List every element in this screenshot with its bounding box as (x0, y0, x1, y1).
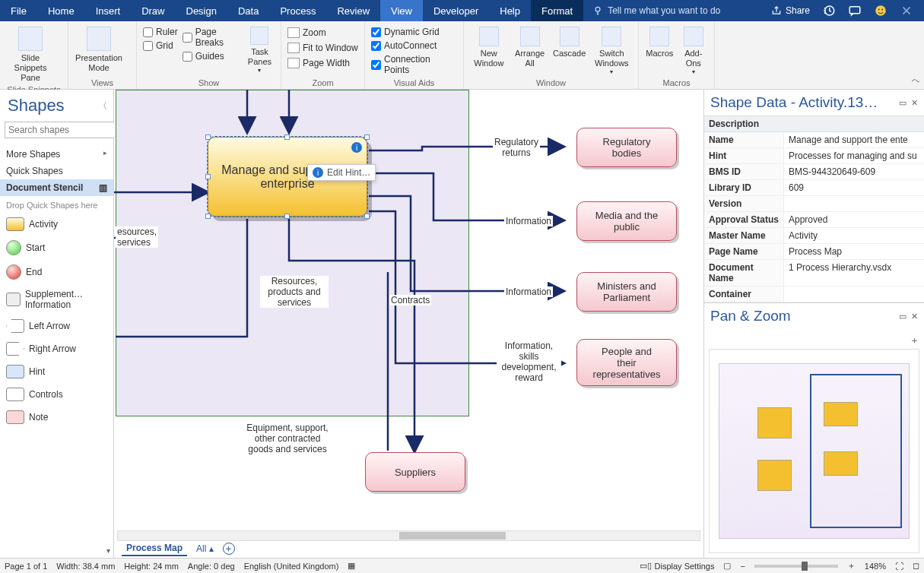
stencil-item-activity[interactable]: Activity (3, 213, 110, 236)
shape-suppliers[interactable]: Suppliers (365, 452, 465, 492)
shapedata-row[interactable]: Master NameActivity (704, 228, 924, 244)
full-screen-icon[interactable]: ◻ (913, 561, 919, 571)
group-zoom: Zoom (287, 77, 358, 89)
tab-help[interactable]: Help (489, 0, 531, 21)
fit-window-button[interactable]: Fit to Window (287, 42, 358, 54)
zoom-level[interactable]: 148% (865, 562, 886, 571)
shapedata-row[interactable]: Document Name1 Process Hierarchy.vsdx (704, 260, 924, 286)
fit-page-icon[interactable]: ⛶ (895, 562, 903, 571)
shapedata-row[interactable]: Page NameProcess Map (704, 244, 924, 260)
stencil-item-supplement-information[interactable]: Supplement… Information (3, 284, 110, 315)
ruler-checkbox[interactable]: Ruler (143, 27, 178, 37)
cascade-button[interactable]: Cascade (552, 24, 587, 59)
tab-review[interactable]: Review (326, 0, 380, 21)
zoom-out-icon[interactable]: − (740, 562, 745, 571)
tab-developer[interactable]: Developer (423, 0, 489, 21)
tab-view[interactable]: View (380, 0, 423, 21)
shapedata-row[interactable]: HintProcesses for managing and su (704, 148, 924, 164)
tab-insert[interactable]: Insert (85, 0, 132, 21)
smiley-icon[interactable] (874, 4, 887, 17)
sheet-tab-process-map[interactable]: Process Map (122, 541, 187, 556)
presentation-mode-button[interactable]: Presentation Mode (75, 24, 123, 73)
shapedata-row[interactable]: Library ID609 (704, 180, 924, 196)
stencil-item-hint[interactable]: Hint (3, 360, 110, 383)
panzoom-close-icon[interactable]: ✕ (911, 312, 918, 321)
tab-data[interactable]: Data (227, 0, 269, 21)
shapedata-close-icon[interactable]: ✕ (911, 98, 918, 108)
zoom-button[interactable]: Zoom (287, 27, 358, 39)
close-icon[interactable] (900, 4, 913, 17)
label-people: Information, skills development, reward (497, 340, 561, 383)
info-icon[interactable]: i (351, 142, 362, 153)
add-sheet-button[interactable]: ＋ (223, 543, 235, 555)
tab-home[interactable]: Home (37, 0, 85, 21)
tab-file[interactable]: File (0, 0, 37, 21)
stencil-item-start[interactable]: Start (3, 236, 110, 260)
shapedata-row[interactable]: BMS IDBMS-944320649-609 (704, 164, 924, 180)
arrange-all-button[interactable]: Arrange All (513, 24, 548, 68)
label-info-media: Information (504, 216, 553, 226)
slide-snippets-pane-button[interactable]: Slide Snippets Pane (6, 24, 55, 84)
panzoom-thumbnail[interactable] (709, 349, 919, 553)
document-stencil-link[interactable]: Document Stencil ▥ (0, 179, 113, 196)
guides-checkbox[interactable]: Guides (183, 51, 240, 62)
tab-design[interactable]: Design (176, 0, 227, 21)
tell-me[interactable]: Tell me what you want to do (583, 0, 760, 21)
stencil-item-left-arrow[interactable]: Left Arrow (3, 315, 110, 337)
history-icon[interactable] (822, 4, 836, 17)
label-reg-returns: Regulatory returns (493, 137, 540, 158)
canvas[interactable]: Manage and support the enterprise i i Ed… (114, 90, 703, 558)
shapedata-row[interactable]: NameManage and support the ente (704, 132, 924, 148)
shapedata-row[interactable]: Approval StatusApproved (704, 212, 924, 228)
status-page: Page 1 of 1 (5, 562, 47, 571)
dyngrid-checkbox[interactable]: Dynamic Grid (371, 27, 457, 37)
display-settings[interactable]: ▭▯ Display Settings (640, 561, 715, 571)
addons-button[interactable]: Add- Ons▾ (679, 24, 709, 76)
shapes-collapse-icon[interactable]: 〈 (98, 100, 107, 112)
panzoom-zoomin-icon[interactable]: ＋ (910, 334, 919, 346)
chat-icon[interactable] (848, 4, 862, 17)
h-scrollbar[interactable] (117, 530, 700, 541)
shape-media-public[interactable]: Media and the public (576, 201, 677, 241)
lightbulb-icon (592, 5, 603, 16)
tab-format[interactable]: Format (531, 0, 583, 21)
shapedata-row[interactable]: Container (704, 286, 924, 302)
page-width-button[interactable]: Page Width (287, 57, 358, 69)
shape-regulatory-bodies[interactable]: Regulatory bodies (576, 128, 677, 167)
presentation-view-icon[interactable]: ▢ (723, 561, 731, 571)
shapedata-row[interactable]: Version (704, 196, 924, 212)
grid-checkbox[interactable]: Grid (143, 40, 178, 51)
stencil-item-end[interactable]: End (3, 260, 110, 284)
status-lang[interactable]: English (United Kingdom) (244, 562, 339, 571)
zoom-slider[interactable] (754, 565, 838, 568)
share-label: Share (786, 5, 810, 16)
ribbon-collapse-icon[interactable]: へ (912, 75, 919, 86)
quick-shapes-link[interactable]: Quick Shapes (0, 163, 113, 179)
more-shapes-link[interactable]: More Shapes▸ (0, 146, 113, 163)
group-macros: Macros (645, 77, 708, 89)
connpoints-checkbox[interactable]: Connection Points (371, 54, 457, 75)
shape-ministers-parliament[interactable]: Ministers and Parliament (576, 272, 677, 312)
zoom-in-icon[interactable]: ＋ (847, 560, 856, 571)
switch-windows-button[interactable]: Switch Windows▾ (592, 24, 632, 76)
stencil-item-note[interactable]: Note (3, 406, 110, 429)
stencil-item-right-arrow[interactable]: Right Arrow (3, 337, 110, 360)
shapes-panel-more-icon[interactable]: ▾ (106, 546, 110, 555)
share-button[interactable]: Share (771, 5, 810, 16)
tab-process[interactable]: Process (269, 0, 326, 21)
macros-button[interactable]: Macros (645, 24, 675, 59)
shape-people-reps[interactable]: People and their representatives (576, 339, 677, 386)
pagebreaks-checkbox[interactable]: Page Breaks (183, 27, 240, 48)
autoconnect-checkbox[interactable]: AutoConnect (371, 40, 457, 51)
macro-record-icon[interactable]: ▦ (348, 561, 355, 571)
menubar-right: Share (760, 0, 924, 21)
new-window-button[interactable]: New Window (470, 24, 508, 68)
shapedata-dock-icon[interactable]: ▭ (899, 98, 907, 108)
stencil-item-controls[interactable]: Controls (3, 383, 110, 406)
task-panes-button[interactable]: Task Panes▾ (245, 24, 275, 74)
tab-draw[interactable]: Draw (131, 0, 175, 21)
edit-hint-popup[interactable]: i Edit Hint… (307, 164, 376, 181)
shapes-search-input[interactable] (5, 122, 126, 138)
sheet-all[interactable]: All ▴ (196, 543, 214, 554)
panzoom-dock-icon[interactable]: ▭ (899, 312, 907, 321)
